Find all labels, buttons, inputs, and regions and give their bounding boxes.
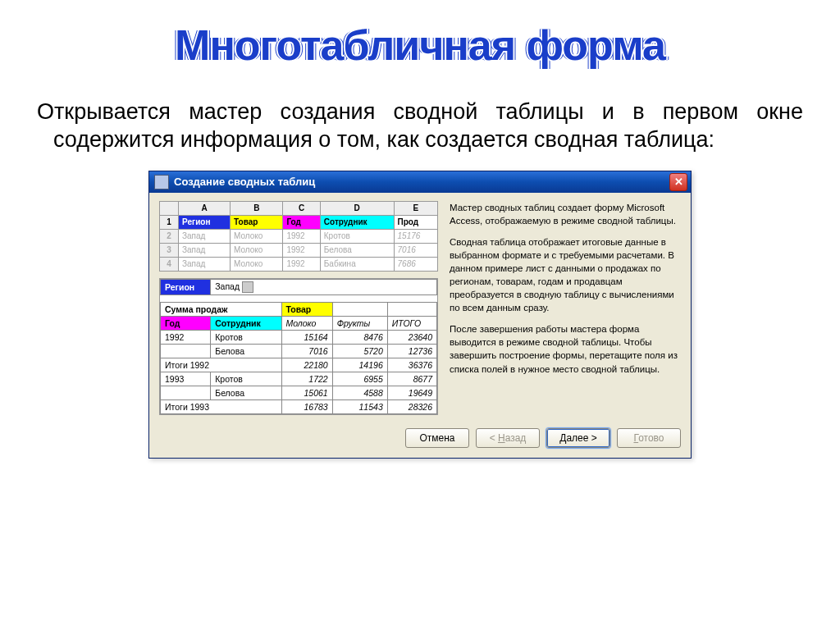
dropdown-icon [242, 281, 253, 293]
form-icon [154, 175, 169, 189]
wizard-para-2: Сводная таблица отображает итоговые данн… [450, 235, 681, 315]
back-button[interactable]: < Назад [476, 428, 540, 448]
dialog-body: A B C D E 1 Регион Товар Год Сотрудник П… [149, 193, 691, 458]
close-button[interactable]: ✕ [669, 173, 687, 191]
preview-pane: A B C D E 1 Регион Товар Год Сотрудник П… [159, 201, 438, 415]
slide-title: Многотабличная форма [0, 21, 840, 70]
finish-button[interactable]: Готово [617, 428, 681, 448]
wizard-dialog: Создание сводных таблиц ✕ A B C D E 1 [148, 171, 692, 459]
button-row: Отмена < Назад Далее > Готово [159, 428, 681, 448]
titlebar: Создание сводных таблиц ✕ [149, 171, 691, 193]
wizard-para-1: Мастер сводных таблиц создает форму Micr… [450, 201, 681, 227]
source-grid: A B C D E 1 Регион Товар Год Сотрудник П… [159, 201, 438, 272]
slide-description: Открывается мастер создания сводной табл… [37, 98, 803, 154]
wizard-text: Мастер сводных таблиц создает форму Micr… [450, 201, 681, 415]
pivot-preview: Регион Запад Сумма продаж Товар Год Сотр… [159, 278, 438, 415]
next-button[interactable]: Далее > [546, 428, 610, 448]
cancel-button[interactable]: Отмена [405, 428, 469, 448]
dialog-title: Создание сводных таблиц [174, 176, 669, 188]
wizard-para-3: После завершения работы мастера форма вы… [450, 322, 681, 375]
